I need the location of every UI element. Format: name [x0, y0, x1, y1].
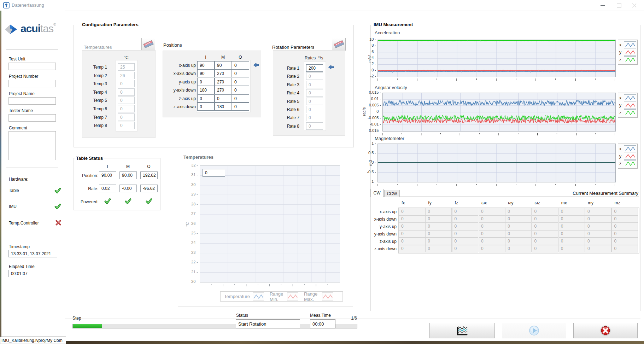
comment-textarea[interactable] [8, 131, 56, 160]
rate-readout-1: -0.00 [119, 185, 137, 192]
position-cell-4-1[interactable]: 0 [215, 94, 232, 103]
close-button[interactable] [626, 0, 642, 11]
temperature-chart-legend: TemperatureRange Min.Range Max. [220, 291, 343, 302]
summary-cell-1-0: 0 [399, 215, 425, 223]
temp-legend-sample-button[interactable] [253, 292, 264, 301]
x-plot-legend-button[interactable] [624, 94, 636, 101]
acuitas-logo: acuitas® [4, 21, 61, 39]
position-cell-0-0[interactable]: 90 [197, 61, 215, 69]
tab-cw[interactable]: CW [370, 189, 384, 197]
temperatures-unit-header: °C [118, 55, 135, 60]
summary-cell-4-1: 0 [425, 238, 452, 245]
position-cell-5-2[interactable]: 0 [232, 103, 249, 111]
cross-fail-icon [55, 220, 61, 226]
y-plot-legend-button[interactable] [624, 153, 636, 160]
project-number-label: Project Number [9, 74, 38, 79]
acceleration-chart-xaxis [377, 77, 615, 80]
project-name-input[interactable] [8, 97, 56, 105]
sidebar-divider-2 [6, 168, 58, 168]
summary-row-label: x-axis up [361, 209, 397, 214]
play-icon [528, 325, 540, 336]
z-plot-legend-button[interactable] [624, 56, 636, 63]
y-plot-legend-button[interactable] [624, 102, 636, 109]
y-tick-label: 21 - [191, 270, 198, 274]
check-ok-icon [54, 203, 61, 210]
position-cell-0-1[interactable]: 90 [215, 61, 232, 69]
powered-check-icon-0 [104, 198, 111, 206]
y-plot-legend-button[interactable] [624, 49, 636, 56]
summary-cell-3-4: 0 [505, 230, 532, 238]
position-cell-3-2[interactable]: 0 [232, 86, 249, 94]
temp-2-input: 26 [118, 72, 135, 79]
hardware-item-label: Temp.Controller [9, 221, 39, 226]
position-cell-4-2[interactable]: 0 [232, 94, 249, 103]
y-tick-label: 31 - [191, 173, 198, 177]
position-cell-1-1[interactable]: 270 [215, 69, 232, 77]
y-tick-label: -2 - [370, 74, 376, 78]
z-axis-legend-row: z [619, 56, 636, 63]
y-tick-label: 32 - [191, 163, 198, 167]
temperatures-panel-label: Temperatures [84, 45, 112, 50]
summary-cell-0-0: 0 [399, 208, 425, 215]
y-tick-label: 22 - [191, 260, 198, 264]
position-cell-2-0[interactable]: 0 [197, 78, 215, 86]
position-cell-3-0[interactable]: 180 [197, 86, 215, 94]
acceleration-axis-legend: xyz [618, 40, 638, 65]
position-cell-1-0[interactable]: 90 [197, 69, 215, 77]
angular-velocity-axis-legend: xyz [618, 93, 638, 118]
temp-legend-sample-button[interactable] [287, 292, 298, 301]
position-cell-0-2[interactable]: 0 [232, 61, 249, 69]
temp-legend-sample-button[interactable] [322, 292, 333, 301]
titlebar: Datenerfassung [0, 0, 644, 11]
minimize-button[interactable] [595, 0, 610, 11]
hardware-status-cross-icon [55, 220, 61, 227]
project-number-input[interactable] [8, 80, 56, 87]
z-plot-legend-button[interactable] [624, 160, 636, 167]
position-cell-4-0[interactable]: 0 [197, 94, 215, 103]
magnetometer-chart-unit: mG [368, 155, 373, 170]
y-axis-legend-row: y [619, 152, 636, 160]
axis-letter: z [619, 57, 624, 62]
stop-button[interactable] [573, 323, 638, 338]
x-plot-legend-button[interactable] [624, 145, 636, 152]
angular-velocity-chart-yaxis: 0.015 -0.01 -0.005 -0 --0.005 --0.01 --0… [365, 93, 381, 131]
z-plot-legend-button[interactable] [624, 109, 636, 116]
maximize-button[interactable] [611, 0, 627, 11]
imu-measurement-title: IMU Measurement [372, 22, 414, 27]
summary-cell-1-1: 0 [425, 215, 452, 223]
position-cell-2-1[interactable]: 270 [215, 78, 232, 86]
hardware-row-temp-controller: Temp.Controller [9, 220, 61, 227]
summary-col-header-7: my [588, 200, 593, 205]
summary-row-label: y-axis down [361, 232, 397, 237]
rates-clear-button[interactable] [332, 38, 346, 51]
temperatures-clear-button[interactable] [141, 38, 155, 51]
x-plot-legend-button[interactable] [624, 41, 636, 48]
axis-letter: y [619, 103, 624, 108]
summary-cell-3-1: 0 [425, 230, 452, 238]
summary-cell-2-7: 0 [585, 223, 611, 230]
y-tick-label: -0.01 - [370, 122, 381, 126]
positions-col-header-i: I [197, 55, 214, 60]
magnetometer-chart-xaxis [377, 182, 615, 185]
positions-col-header-o: O [232, 55, 249, 60]
rate-1-input[interactable]: 200 [306, 64, 323, 72]
summary-cell-3-3: 0 [479, 230, 505, 238]
test-unit-input[interactable] [8, 63, 56, 70]
y-tick-label: 4 - [371, 56, 376, 60]
position-cell-1-2[interactable]: 0 [232, 69, 249, 77]
position-cell-2-2[interactable]: 0 [232, 78, 249, 86]
position-cell-3-1[interactable]: 270 [215, 86, 232, 94]
tab-ccw[interactable]: CCW [384, 190, 400, 197]
summary-cell-5-2: 0 [452, 245, 479, 252]
summary-row-label: z-axis up [361, 239, 397, 244]
summary-cell-0-7: 0 [585, 208, 611, 215]
show-chart-button[interactable] [429, 323, 495, 338]
step-progress-fill [73, 324, 102, 328]
position-cell-5-1[interactable]: 180 [215, 103, 232, 111]
temp-cursor-value[interactable]: 0 [203, 169, 225, 177]
summary-cell-4-4: 0 [505, 238, 532, 245]
tester-name-input[interactable] [8, 114, 56, 122]
position-cell-5-0[interactable]: 0 [197, 103, 215, 111]
table-status-rate-label: Rate: [76, 186, 98, 191]
play-button[interactable] [502, 323, 566, 338]
